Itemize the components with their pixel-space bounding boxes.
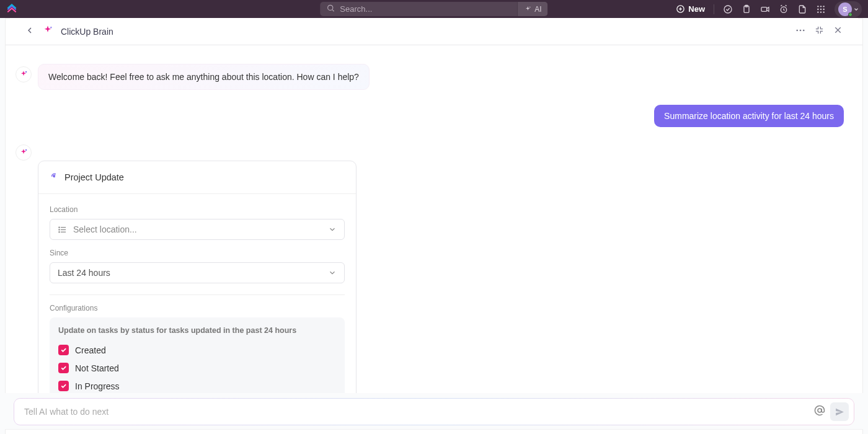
svg-point-34 bbox=[818, 409, 822, 412]
config-option-created[interactable]: Created bbox=[58, 341, 336, 359]
close-icon[interactable] bbox=[833, 25, 843, 38]
page-header: ClickUp Brain bbox=[10, 18, 858, 45]
chevron-down-icon bbox=[328, 225, 337, 234]
global-search[interactable]: Search... bbox=[320, 2, 517, 16]
svg-rect-9 bbox=[761, 7, 767, 11]
checkbox-checked-icon[interactable] bbox=[58, 345, 69, 355]
send-button[interactable] bbox=[830, 402, 849, 421]
ai-welcome-message: Welcome back! Feel free to ask me anythi… bbox=[38, 64, 370, 90]
svg-point-11 bbox=[817, 6, 818, 7]
task-tray-icon[interactable] bbox=[723, 4, 733, 14]
more-options-icon[interactable] bbox=[795, 25, 806, 38]
svg-point-12 bbox=[820, 6, 822, 7]
new-button[interactable]: New bbox=[676, 4, 705, 14]
option-label: Not Started bbox=[75, 363, 119, 373]
app-logo[interactable] bbox=[6, 4, 17, 15]
divider bbox=[714, 4, 714, 14]
location-field-label: Location bbox=[50, 205, 345, 214]
svg-point-17 bbox=[817, 11, 818, 12]
checkbox-checked-icon[interactable] bbox=[58, 363, 69, 373]
configurations-box: Update on tasks by status for tasks upda… bbox=[50, 317, 345, 393]
chat-input[interactable] bbox=[24, 407, 812, 417]
svg-point-6 bbox=[724, 6, 732, 13]
ai-avatar-icon bbox=[16, 66, 32, 82]
location-placeholder: Select location... bbox=[73, 224, 137, 234]
svg-point-27 bbox=[53, 176, 55, 177]
plus-circle-icon bbox=[676, 4, 685, 14]
checkbox-checked-icon[interactable] bbox=[58, 381, 69, 391]
app-topbar: Search... AI New S bbox=[0, 0, 868, 18]
divider bbox=[50, 294, 345, 295]
chevron-down-icon bbox=[853, 4, 859, 15]
svg-point-32 bbox=[59, 229, 60, 229]
broadcast-icon bbox=[50, 171, 60, 184]
page-title: ClickUp Brain bbox=[61, 27, 113, 37]
svg-point-31 bbox=[59, 227, 60, 228]
search-placeholder-text: Search... bbox=[340, 4, 372, 14]
back-button[interactable] bbox=[25, 25, 35, 38]
svg-point-25 bbox=[25, 71, 27, 73]
ai-label: AI bbox=[534, 5, 541, 14]
presence-dot bbox=[848, 12, 852, 17]
svg-point-20 bbox=[796, 29, 798, 31]
config-description: Update on tasks by status for tasks upda… bbox=[58, 326, 336, 335]
chevron-down-icon bbox=[328, 268, 337, 277]
sparkle-icon bbox=[524, 6, 531, 13]
svg-point-2 bbox=[529, 6, 531, 7]
configurations-label: Configurations bbox=[50, 304, 345, 312]
svg-line-1 bbox=[332, 9, 334, 11]
list-icon bbox=[58, 225, 67, 234]
project-update-card: Project Update Location Select location.… bbox=[38, 161, 356, 393]
apps-grid-icon[interactable] bbox=[816, 4, 826, 14]
since-select[interactable]: Last 24 hours bbox=[50, 262, 345, 283]
ai-search-toggle[interactable]: AI bbox=[517, 2, 547, 16]
chat-scroll-area[interactable]: Welcome back! Feel free to ask me anythi… bbox=[5, 45, 863, 393]
user-menu[interactable]: S bbox=[835, 1, 862, 17]
svg-point-26 bbox=[25, 149, 27, 151]
brain-sparkle-icon bbox=[42, 25, 53, 38]
config-option-in-progress[interactable]: In Progress bbox=[58, 377, 336, 393]
svg-point-18 bbox=[820, 11, 822, 12]
new-button-label: New bbox=[688, 4, 705, 14]
config-option-not-started[interactable]: Not Started bbox=[58, 359, 336, 377]
svg-point-33 bbox=[59, 231, 60, 232]
search-icon bbox=[326, 4, 335, 15]
location-select[interactable]: Select location... bbox=[50, 219, 345, 240]
reminder-icon[interactable] bbox=[779, 4, 789, 14]
svg-point-16 bbox=[823, 8, 824, 9]
svg-point-19 bbox=[823, 11, 824, 12]
send-icon bbox=[835, 407, 845, 417]
collapse-icon[interactable] bbox=[815, 25, 824, 37]
svg-point-14 bbox=[817, 8, 818, 9]
clipboard-icon[interactable] bbox=[742, 4, 751, 14]
ai-avatar-icon bbox=[16, 144, 32, 161]
user-avatar: S bbox=[838, 2, 852, 16]
user-message: Summarize location activity for last 24 … bbox=[654, 105, 844, 127]
option-label: In Progress bbox=[75, 381, 120, 391]
option-label: Created bbox=[75, 345, 106, 355]
svg-point-0 bbox=[328, 5, 333, 10]
svg-point-22 bbox=[803, 29, 805, 31]
chat-input-bar bbox=[14, 398, 854, 425]
card-title: Project Update bbox=[64, 172, 124, 182]
since-field-label: Since bbox=[50, 249, 345, 257]
svg-point-15 bbox=[820, 8, 822, 9]
docs-icon[interactable] bbox=[797, 4, 807, 14]
svg-point-21 bbox=[800, 29, 802, 31]
mention-button[interactable] bbox=[812, 402, 828, 421]
since-value: Last 24 hours bbox=[58, 268, 110, 278]
svg-point-13 bbox=[823, 6, 824, 7]
video-icon[interactable] bbox=[760, 4, 770, 14]
